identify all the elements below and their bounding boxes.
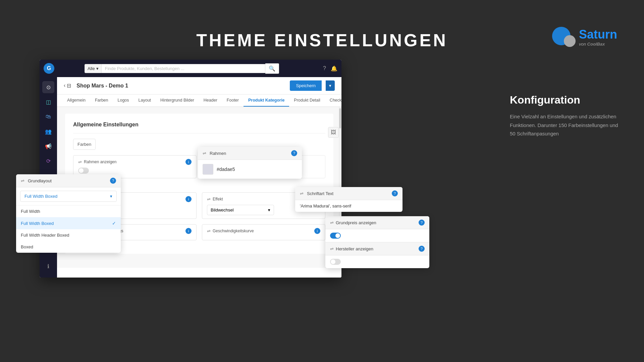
logo-circles: [552, 27, 576, 47]
tab-header[interactable]: Header: [199, 95, 222, 107]
hersteller-header: ⇌ Hersteller anzeigen ?: [325, 242, 429, 255]
search-filter-dropdown[interactable]: Alle ▾: [85, 64, 102, 73]
field-geschwindigkeit: ⇌ Geschwindigkeitskurve i: [202, 224, 325, 240]
panel-link-icon: ⇌: [21, 178, 24, 183]
topbar-logo-icon: G: [44, 63, 54, 74]
bell-icon[interactable]: 🔔: [331, 65, 337, 72]
grundlayout-select[interactable]: Full Width Boxed ▾: [20, 191, 117, 202]
grundlayout-info-icon[interactable]: ?: [110, 178, 116, 184]
logo-area: Saturn von CoolBax: [552, 27, 617, 47]
color-swatch[interactable]: [203, 164, 213, 175]
font-header: ⇌ Schriftart Text ?: [295, 187, 402, 200]
grundpreis-title: ⇌ Grundpreis anzeigen: [330, 220, 376, 225]
check-icon: ✓: [112, 221, 116, 226]
grundpreis-toggle[interactable]: [330, 233, 341, 239]
search-input[interactable]: Finde Produkte, Kunden, Bestellungen ...: [102, 64, 265, 73]
tab-farben[interactable]: Farben: [90, 95, 113, 107]
tab-allgemein[interactable]: Allgemein: [62, 95, 90, 107]
grundpreis-link-icon: ⇌: [330, 220, 334, 225]
sidebar-orders-icon[interactable]: ◫: [42, 96, 54, 108]
toolbar-nav: ‹ ⊟: [64, 82, 71, 89]
logo-circle-gray: [564, 35, 576, 47]
color-hex-value: #dadae5: [217, 167, 235, 172]
sidebar-info-icon[interactable]: ℹ: [42, 260, 54, 272]
tab-logos[interactable]: Logos: [113, 95, 134, 107]
option-full-width-header-boxed[interactable]: Full Width Header Boxed: [16, 229, 121, 241]
grundpreis-panel: ⇌ Grundpreis anzeigen ? ⇌ Hersteller anz…: [325, 216, 429, 268]
right-panel-desc: Eine Vielzahl an Einstellungen und zusät…: [510, 112, 624, 138]
scrollbar-thumb: [339, 108, 341, 128]
effekt-select[interactable]: Bildwechsel ▾: [207, 205, 274, 215]
farben-label: Farben: [73, 139, 96, 150]
option-full-width[interactable]: Full Width: [16, 205, 121, 217]
grundlayout-header: ⇌ Grundlayout ?: [16, 174, 121, 187]
font-info-icon[interactable]: ?: [392, 190, 398, 196]
save-button[interactable]: Speichern: [290, 80, 322, 91]
logo-text-group: Saturn von CoolBax: [579, 27, 617, 47]
rahmen-anzeigen-label: ⇌ Rahmen anzeigen: [78, 160, 116, 165]
sidebar-marketing-icon[interactable]: 📢: [42, 140, 54, 152]
tab-produkt-kategorie[interactable]: Produkt Kategorie: [244, 95, 289, 107]
dauer-info-icon[interactable]: i: [185, 228, 192, 234]
link-icon-1: ⇌: [78, 160, 82, 165]
search-button[interactable]: 🔍: [265, 63, 279, 74]
logo-sub: von CoolBax: [579, 42, 617, 47]
geschwindigkeit-label: ⇌ Geschwindigkeitskurve: [207, 229, 254, 234]
section-title: Allgemeine Einstellungen: [73, 122, 325, 128]
hersteller-title: ⇌ Hersteller anzeigen: [330, 246, 373, 251]
rahmen-toggle[interactable]: [78, 168, 89, 174]
tab-produkt-detail[interactable]: Produkt Detail: [289, 95, 325, 107]
rahmen-color-info-icon[interactable]: ?: [291, 150, 297, 156]
sidebar-dashboard-icon[interactable]: ⊙: [42, 81, 54, 93]
back-icon[interactable]: ‹: [64, 82, 65, 89]
rahmen-panel-link-icon: ⇌: [203, 151, 206, 156]
top-bar: G Alle ▾ Finde Produkte, Kunden, Bestell…: [40, 60, 341, 77]
grundpreis-info-icon[interactable]: ?: [419, 220, 425, 226]
effekt-label: ⇌ Effekt: [207, 197, 223, 202]
grundlayout-title: ⇌ Grundlayout: [21, 178, 52, 183]
nav-tabs: Allgemein Farben Logos Layout Hintergrun…: [57, 95, 341, 107]
hersteller-link-icon: ⇌: [330, 246, 334, 251]
right-panel-title: Konfiguration: [510, 94, 624, 106]
rahmen-color-title: ⇌ Rahmen: [203, 151, 226, 156]
tab-checkout[interactable]: Checkout: [325, 95, 341, 107]
font-title: ⇌ Schriftart Text: [300, 191, 333, 196]
font-link-icon: ⇌: [300, 191, 304, 196]
geschwindigkeit-info-icon[interactable]: i: [314, 228, 320, 234]
help-icon[interactable]: ?: [323, 65, 326, 71]
color-preview-row: #dadae5: [198, 160, 302, 179]
aktiv-info-icon[interactable]: i: [185, 196, 192, 202]
toolbar-title: Shop Mars - Demo 1: [76, 83, 128, 89]
rahmen-color-panel: ⇌ Rahmen ? #dadae5: [198, 147, 302, 179]
toolbar: ‹ ⊟ Shop Mars - Demo 1 Speichern ▾: [57, 77, 341, 95]
tab-layout[interactable]: Layout: [134, 95, 156, 107]
sidebar-products-icon[interactable]: 🛍: [42, 111, 54, 123]
layout-icon[interactable]: ⊟: [67, 82, 71, 89]
right-panel: Konfiguration Eine Vielzahl an Einstellu…: [510, 94, 624, 138]
image-icon[interactable]: 🖼: [328, 127, 339, 138]
sidebar-analytics-icon[interactable]: ⟳: [42, 155, 54, 167]
tab-hintergrund[interactable]: Hintergrund Bilder: [156, 95, 199, 107]
topbar-actions: ? 🔔: [323, 65, 337, 72]
grundpreis-toggle-row: [325, 229, 429, 242]
save-dropdown-button[interactable]: ▾: [326, 80, 335, 91]
grundlayout-panel: ⇌ Grundlayout ? Full Width Boxed ▾ Full …: [16, 174, 121, 253]
tab-footer[interactable]: Footer: [222, 95, 244, 107]
rahmen-info-icon[interactable]: i: [185, 159, 192, 165]
sidebar-customers-icon[interactable]: 👥: [42, 125, 54, 137]
option-boxed[interactable]: Boxed: [16, 241, 121, 253]
option-full-width-boxed[interactable]: Full Width Boxed ✓: [16, 217, 121, 229]
grundpreis-header: ⇌ Grundpreis anzeigen ?: [325, 216, 429, 229]
logo-name: Saturn: [579, 27, 617, 42]
grundlayout-options: Full Width Full Width Boxed ✓ Full Width…: [16, 205, 121, 253]
search-container: Alle ▾ Finde Produkte, Kunden, Bestellun…: [85, 63, 279, 74]
hersteller-toggle-row: [325, 255, 429, 268]
font-value: 'Arima Madurai', sans-serif: [295, 200, 402, 212]
page-title: THEME EINSTELLUNGEN: [0, 30, 644, 50]
hersteller-toggle[interactable]: [330, 259, 341, 265]
rahmen-color-header: ⇌ Rahmen ?: [198, 147, 302, 160]
font-panel: ⇌ Schriftart Text ? 'Arima Madurai', san…: [295, 187, 402, 212]
hersteller-info-icon[interactable]: ?: [419, 246, 425, 252]
